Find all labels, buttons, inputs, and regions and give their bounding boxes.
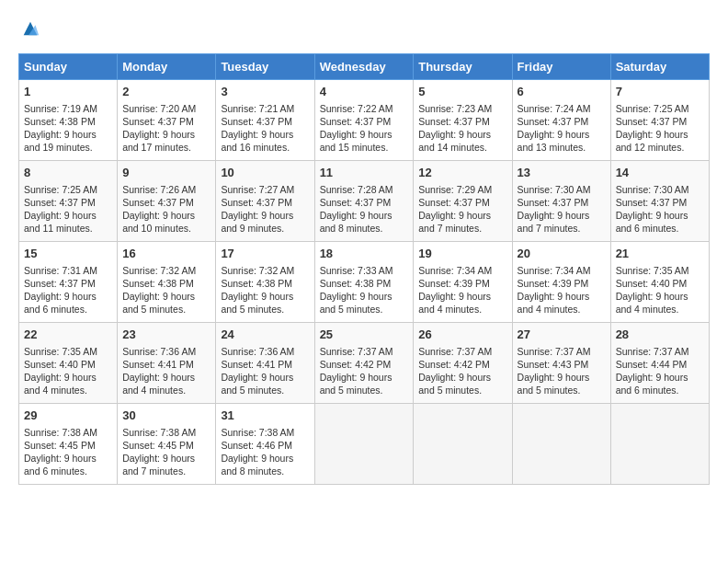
weekday-header-row: SundayMondayTuesdayWednesdayThursdayFrid… bbox=[19, 54, 710, 80]
day-info: Sunrise: 7:38 AMSunset: 4:45 PMDaylight:… bbox=[24, 426, 112, 478]
calendar-cell bbox=[314, 404, 414, 485]
day-info: Sunrise: 7:20 AMSunset: 4:37 PMDaylight:… bbox=[122, 102, 210, 155]
day-info: Sunrise: 7:33 AMSunset: 4:38 PMDaylight:… bbox=[320, 264, 409, 316]
calendar-cell: 3Sunrise: 7:21 AMSunset: 4:37 PMDaylight… bbox=[216, 80, 314, 161]
calendar-week-5: 29Sunrise: 7:38 AMSunset: 4:45 PMDayligh… bbox=[19, 404, 710, 485]
day-info: Sunrise: 7:25 AMSunset: 4:37 PMDaylight:… bbox=[24, 183, 112, 236]
calendar-cell: 11Sunrise: 7:28 AMSunset: 4:37 PMDayligh… bbox=[314, 161, 414, 242]
day-number: 21 bbox=[616, 246, 704, 262]
day-number: 5 bbox=[418, 84, 506, 100]
day-info: Sunrise: 7:38 AMSunset: 4:46 PMDaylight:… bbox=[221, 426, 309, 478]
calendar-cell bbox=[414, 404, 512, 485]
day-info: Sunrise: 7:24 AMSunset: 4:37 PMDaylight:… bbox=[518, 102, 606, 155]
day-info: Sunrise: 7:25 AMSunset: 4:37 PMDaylight:… bbox=[616, 102, 704, 155]
calendar-cell: 26Sunrise: 7:37 AMSunset: 4:42 PMDayligh… bbox=[414, 323, 512, 404]
calendar-cell: 10Sunrise: 7:27 AMSunset: 4:37 PMDayligh… bbox=[216, 161, 314, 242]
weekday-sunday: Sunday bbox=[19, 54, 118, 80]
day-number: 22 bbox=[24, 327, 112, 343]
calendar-cell: 27Sunrise: 7:37 AMSunset: 4:43 PMDayligh… bbox=[512, 323, 610, 404]
day-info: Sunrise: 7:30 AMSunset: 4:37 PMDaylight:… bbox=[518, 183, 606, 236]
day-number: 15 bbox=[24, 246, 112, 262]
day-number: 28 bbox=[616, 327, 704, 343]
calendar-cell: 25Sunrise: 7:37 AMSunset: 4:42 PMDayligh… bbox=[314, 323, 414, 404]
day-number: 10 bbox=[221, 165, 309, 181]
calendar-cell: 1Sunrise: 7:19 AMSunset: 4:38 PMDaylight… bbox=[19, 80, 118, 161]
calendar-cell: 14Sunrise: 7:30 AMSunset: 4:37 PMDayligh… bbox=[610, 161, 709, 242]
day-number: 26 bbox=[418, 327, 506, 343]
day-number: 25 bbox=[320, 327, 409, 343]
calendar-body: 1Sunrise: 7:19 AMSunset: 4:38 PMDaylight… bbox=[19, 80, 710, 485]
calendar-cell: 13Sunrise: 7:30 AMSunset: 4:37 PMDayligh… bbox=[512, 161, 610, 242]
calendar-cell: 7Sunrise: 7:25 AMSunset: 4:37 PMDaylight… bbox=[610, 80, 709, 161]
page: SundayMondayTuesdayWednesdayThursdayFrid… bbox=[0, 0, 728, 494]
day-info: Sunrise: 7:37 AMSunset: 4:42 PMDaylight:… bbox=[320, 345, 409, 397]
weekday-thursday: Thursday bbox=[414, 54, 512, 80]
day-info: Sunrise: 7:37 AMSunset: 4:43 PMDaylight:… bbox=[518, 345, 606, 397]
header bbox=[18, 18, 710, 39]
calendar-cell: 16Sunrise: 7:32 AMSunset: 4:38 PMDayligh… bbox=[118, 242, 216, 323]
day-info: Sunrise: 7:35 AMSunset: 4:40 PMDaylight:… bbox=[24, 345, 112, 397]
day-number: 19 bbox=[418, 246, 506, 262]
logo-icon bbox=[20, 18, 40, 39]
calendar-week-2: 8Sunrise: 7:25 AMSunset: 4:37 PMDaylight… bbox=[19, 161, 710, 242]
day-number: 3 bbox=[221, 84, 309, 100]
day-number: 20 bbox=[518, 246, 606, 262]
day-number: 17 bbox=[221, 246, 309, 262]
calendar-cell: 29Sunrise: 7:38 AMSunset: 4:45 PMDayligh… bbox=[19, 404, 118, 485]
calendar-cell: 4Sunrise: 7:22 AMSunset: 4:37 PMDaylight… bbox=[314, 80, 414, 161]
day-info: Sunrise: 7:28 AMSunset: 4:37 PMDaylight:… bbox=[320, 183, 409, 236]
day-info: Sunrise: 7:36 AMSunset: 4:41 PMDaylight:… bbox=[221, 345, 309, 397]
day-info: Sunrise: 7:31 AMSunset: 4:37 PMDaylight:… bbox=[24, 264, 112, 316]
calendar-cell: 30Sunrise: 7:38 AMSunset: 4:45 PMDayligh… bbox=[118, 404, 216, 485]
day-number: 27 bbox=[518, 327, 606, 343]
weekday-saturday: Saturday bbox=[610, 54, 709, 80]
calendar-cell: 5Sunrise: 7:23 AMSunset: 4:37 PMDaylight… bbox=[414, 80, 512, 161]
calendar-cell: 15Sunrise: 7:31 AMSunset: 4:37 PMDayligh… bbox=[19, 242, 118, 323]
day-info: Sunrise: 7:34 AMSunset: 4:39 PMDaylight:… bbox=[518, 264, 606, 316]
day-number: 24 bbox=[221, 327, 309, 343]
day-number: 13 bbox=[518, 165, 606, 181]
calendar-cell: 20Sunrise: 7:34 AMSunset: 4:39 PMDayligh… bbox=[512, 242, 610, 323]
day-info: Sunrise: 7:22 AMSunset: 4:37 PMDaylight:… bbox=[320, 102, 409, 155]
calendar-cell: 18Sunrise: 7:33 AMSunset: 4:38 PMDayligh… bbox=[314, 242, 414, 323]
weekday-wednesday: Wednesday bbox=[314, 54, 414, 80]
day-info: Sunrise: 7:30 AMSunset: 4:37 PMDaylight:… bbox=[616, 183, 704, 236]
calendar-cell: 9Sunrise: 7:26 AMSunset: 4:37 PMDaylight… bbox=[118, 161, 216, 242]
day-number: 1 bbox=[24, 84, 112, 100]
calendar-cell: 17Sunrise: 7:32 AMSunset: 4:38 PMDayligh… bbox=[216, 242, 314, 323]
day-info: Sunrise: 7:26 AMSunset: 4:37 PMDaylight:… bbox=[122, 183, 210, 236]
day-number: 2 bbox=[122, 84, 210, 100]
day-number: 14 bbox=[616, 165, 704, 181]
day-info: Sunrise: 7:32 AMSunset: 4:38 PMDaylight:… bbox=[122, 264, 210, 316]
calendar-cell: 28Sunrise: 7:37 AMSunset: 4:44 PMDayligh… bbox=[610, 323, 709, 404]
day-number: 31 bbox=[221, 408, 309, 424]
day-number: 7 bbox=[616, 84, 704, 100]
calendar-table: SundayMondayTuesdayWednesdayThursdayFrid… bbox=[18, 53, 710, 485]
logo-text bbox=[18, 18, 40, 39]
day-number: 6 bbox=[518, 84, 606, 100]
weekday-monday: Monday bbox=[118, 54, 216, 80]
day-info: Sunrise: 7:36 AMSunset: 4:41 PMDaylight:… bbox=[122, 345, 210, 397]
weekday-friday: Friday bbox=[512, 54, 610, 80]
calendar-cell bbox=[610, 404, 709, 485]
day-number: 8 bbox=[24, 165, 112, 181]
calendar-cell: 24Sunrise: 7:36 AMSunset: 4:41 PMDayligh… bbox=[216, 323, 314, 404]
day-number: 11 bbox=[320, 165, 409, 181]
calendar-cell: 12Sunrise: 7:29 AMSunset: 4:37 PMDayligh… bbox=[414, 161, 512, 242]
weekday-tuesday: Tuesday bbox=[216, 54, 314, 80]
calendar-cell: 6Sunrise: 7:24 AMSunset: 4:37 PMDaylight… bbox=[512, 80, 610, 161]
day-number: 29 bbox=[24, 408, 112, 424]
day-number: 23 bbox=[122, 327, 210, 343]
calendar-cell: 19Sunrise: 7:34 AMSunset: 4:39 PMDayligh… bbox=[414, 242, 512, 323]
calendar-cell bbox=[512, 404, 610, 485]
calendar-cell: 8Sunrise: 7:25 AMSunset: 4:37 PMDaylight… bbox=[19, 161, 118, 242]
day-info: Sunrise: 7:35 AMSunset: 4:40 PMDaylight:… bbox=[616, 264, 704, 316]
logo bbox=[18, 18, 40, 39]
calendar-week-4: 22Sunrise: 7:35 AMSunset: 4:40 PMDayligh… bbox=[19, 323, 710, 404]
day-info: Sunrise: 7:32 AMSunset: 4:38 PMDaylight:… bbox=[221, 264, 309, 316]
day-number: 30 bbox=[122, 408, 210, 424]
day-info: Sunrise: 7:19 AMSunset: 4:38 PMDaylight:… bbox=[24, 102, 112, 155]
calendar-week-1: 1Sunrise: 7:19 AMSunset: 4:38 PMDaylight… bbox=[19, 80, 710, 161]
day-number: 12 bbox=[418, 165, 506, 181]
calendar-week-3: 15Sunrise: 7:31 AMSunset: 4:37 PMDayligh… bbox=[19, 242, 710, 323]
